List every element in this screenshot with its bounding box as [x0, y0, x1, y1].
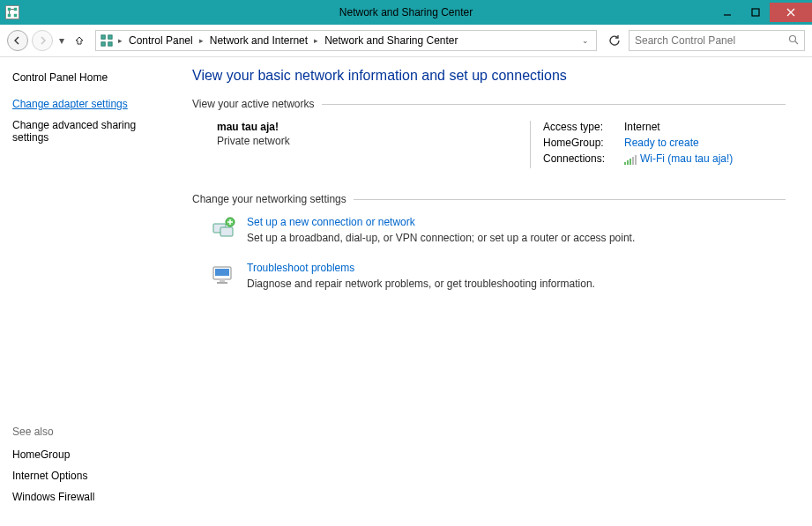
breadcrumb-icon: [100, 33, 114, 48]
maximize-button[interactable]: [741, 3, 770, 22]
breadcrumb-item[interactable]: Network and Sharing Center: [323, 34, 459, 47]
cp-home-link[interactable]: Control Panel Home: [12, 71, 173, 84]
minimize-button[interactable]: [713, 3, 741, 22]
active-network: mau tau aja! Private network Access type…: [192, 121, 786, 168]
window: Network and Sharing Center ▾ ▸ Control P…: [0, 0, 812, 526]
homegroup-link[interactable]: Ready to create: [624, 137, 699, 149]
svg-point-14: [790, 35, 796, 41]
wifi-signal-icon: [624, 154, 637, 165]
back-button[interactable]: [7, 30, 28, 51]
search-input[interactable]: [635, 34, 788, 47]
setup-connection-link[interactable]: Set up a new connection or network: [247, 216, 635, 228]
svg-rect-1: [14, 8, 18, 11]
breadcrumb-dropdown[interactable]: ⌄: [578, 36, 592, 45]
troubleshoot-item: Troubleshoot problems Diagnose and repai…: [192, 262, 786, 290]
svg-rect-16: [624, 162, 626, 165]
active-networks-label: View your active networks: [192, 98, 786, 110]
up-button[interactable]: [71, 32, 88, 49]
access-type-label: Access type:: [543, 121, 624, 133]
change-settings-label: Change your networking settings: [192, 193, 786, 205]
svg-rect-18: [629, 159, 631, 165]
svg-rect-17: [627, 160, 629, 165]
breadcrumb-item[interactable]: Control Panel: [127, 34, 195, 47]
svg-rect-22: [220, 227, 233, 236]
svg-rect-13: [108, 42, 112, 46]
svg-rect-10: [101, 35, 105, 39]
network-type: Private network: [217, 135, 530, 147]
search-box[interactable]: [629, 30, 805, 51]
seealso-internet-options[interactable]: Internet Options: [12, 470, 173, 482]
homegroup-label: HomeGroup:: [543, 137, 624, 149]
window-controls: [713, 3, 812, 22]
forward-button[interactable]: [32, 30, 53, 51]
connection-link[interactable]: Wi-Fi (mau tau aja!): [624, 152, 733, 165]
search-icon: [788, 34, 799, 48]
svg-rect-11: [108, 35, 112, 39]
svg-rect-3: [14, 14, 18, 18]
window-title: Network and Sharing Center: [339, 6, 473, 19]
divider: [354, 199, 786, 200]
troubleshoot-desc: Diagnose and repair network problems, or…: [247, 278, 595, 290]
sidebar: Control Panel Home Change adapter settin…: [0, 57, 185, 526]
svg-rect-29: [217, 282, 227, 284]
refresh-button[interactable]: [604, 30, 625, 51]
svg-rect-28: [220, 279, 225, 282]
seealso-firewall[interactable]: Windows Firewall: [12, 491, 173, 503]
app-icon: [5, 5, 19, 19]
history-dropdown[interactable]: ▾: [56, 34, 67, 47]
breadcrumb[interactable]: ▸ Control Panel ▸ Network and Internet ▸…: [95, 30, 597, 51]
svg-rect-19: [632, 157, 634, 165]
network-name: mau tau aja!: [217, 121, 530, 133]
svg-line-15: [795, 41, 798, 44]
setup-connection-desc: Set up a broadband, dial-up, or VPN conn…: [247, 232, 635, 244]
chevron-right-icon[interactable]: ▸: [197, 36, 206, 45]
close-button[interactable]: [770, 3, 812, 22]
troubleshoot-link[interactable]: Troubleshoot problems: [247, 262, 595, 274]
chevron-right-icon[interactable]: ▸: [311, 36, 321, 45]
connections-label: Connections:: [543, 152, 624, 165]
sidebar-link-advanced[interactable]: Change advanced sharing settings: [12, 119, 173, 144]
page-heading: View your basic network information and …: [192, 68, 786, 84]
divider: [322, 104, 786, 105]
toolbar: ▾ ▸ Control Panel ▸ Network and Internet…: [0, 25, 812, 56]
svg-rect-2: [8, 14, 11, 18]
titlebar: Network and Sharing Center: [0, 0, 812, 25]
seealso-homegroup[interactable]: HomeGroup: [12, 448, 173, 461]
svg-rect-7: [752, 9, 759, 16]
svg-rect-27: [215, 269, 229, 276]
setup-connection-item: Set up a new connection or network Set u…: [192, 216, 786, 244]
svg-rect-0: [8, 8, 11, 11]
setup-connection-icon: [210, 216, 236, 242]
troubleshoot-icon: [210, 262, 236, 288]
sidebar-link-adapter[interactable]: Change adapter settings: [12, 98, 173, 110]
chevron-right-icon[interactable]: ▸: [115, 36, 125, 45]
main-panel: View your basic network information and …: [185, 57, 812, 526]
breadcrumb-item[interactable]: Network and Internet: [208, 34, 309, 47]
access-type-value: Internet: [624, 121, 660, 133]
content: Control Panel Home Change adapter settin…: [0, 56, 812, 526]
svg-rect-20: [635, 155, 637, 165]
svg-rect-12: [101, 42, 105, 46]
seealso-title: See also: [12, 426, 173, 438]
